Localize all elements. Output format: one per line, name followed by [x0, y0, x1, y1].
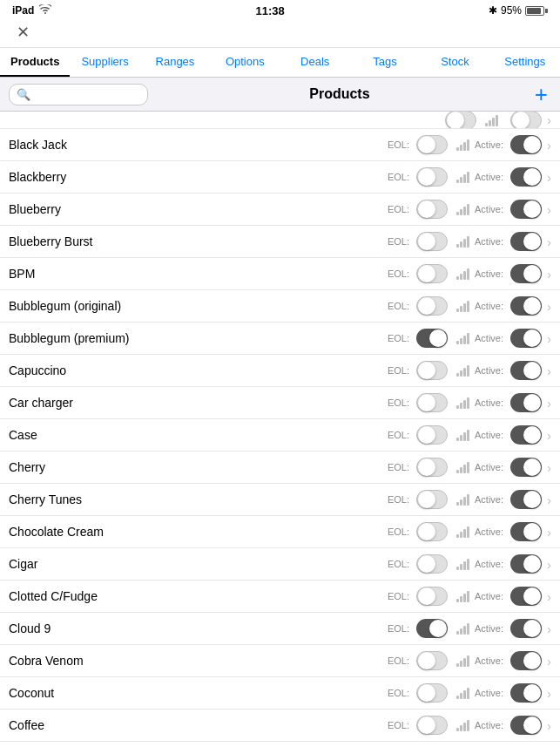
eol-toggle[interactable] — [416, 554, 448, 574]
row-chevron[interactable]: › — [547, 557, 551, 572]
active-toggle[interactable] — [510, 393, 542, 412]
battery-percentage: 95% — [501, 4, 522, 17]
active-toggle-partial[interactable] — [510, 112, 542, 129]
row-chevron[interactable]: › — [547, 525, 551, 540]
active-toggle[interactable] — [510, 587, 542, 606]
product-name: Chocolate Cream — [9, 525, 388, 539]
row-chevron[interactable]: › — [547, 686, 551, 701]
active-toggle[interactable] — [510, 135, 542, 154]
active-toggle[interactable] — [510, 458, 542, 477]
active-label: Active: — [475, 623, 503, 634]
active-toggle[interactable] — [510, 329, 542, 348]
row-chevron[interactable]: › — [547, 363, 551, 378]
signal-icon — [456, 364, 469, 377]
eol-toggle[interactable] — [416, 619, 448, 638]
partial-row-top: › — [0, 112, 560, 129]
active-toggle[interactable] — [510, 522, 542, 541]
table-row: Cobra VenomEOL:Active:› — [0, 645, 560, 677]
page-title: Products — [148, 86, 531, 102]
eol-toggle[interactable] — [416, 393, 448, 412]
row-chevron[interactable]: › — [547, 267, 551, 282]
active-toggle[interactable] — [510, 683, 542, 703]
tab-tags[interactable]: Tags — [350, 48, 420, 77]
eol-toggle[interactable] — [416, 264, 448, 283]
active-toggle[interactable] — [510, 425, 542, 445]
active-toggle[interactable] — [510, 490, 542, 509]
eol-toggle-partial[interactable] — [445, 112, 476, 129]
active-label: Active: — [475, 462, 503, 472]
row-chevron[interactable]: › — [547, 299, 551, 314]
eol-toggle[interactable] — [416, 716, 448, 735]
active-toggle[interactable] — [510, 200, 542, 219]
table-row: Clotted C/FudgeEOL:Active:› — [0, 581, 560, 613]
tab-settings[interactable]: Settings — [490, 48, 560, 77]
row-chevron[interactable]: › — [547, 331, 551, 346]
active-toggle[interactable] — [510, 296, 542, 316]
product-name: Black Jack — [9, 138, 388, 152]
active-label: Active: — [475, 526, 503, 537]
eol-label: EOL: — [388, 526, 409, 537]
eol-label: EOL: — [388, 204, 409, 214]
eol-toggle[interactable] — [416, 296, 448, 316]
row-chevron[interactable]: › — [547, 234, 551, 249]
eol-toggle[interactable] — [416, 458, 448, 477]
active-toggle[interactable] — [510, 651, 542, 670]
active-label: Active: — [475, 236, 503, 247]
product-name: Coconut — [9, 686, 388, 700]
row-chevron[interactable]: › — [547, 170, 551, 185]
active-toggle[interactable] — [510, 167, 542, 187]
signal-icon — [456, 203, 469, 215]
eol-toggle[interactable] — [416, 425, 448, 445]
row-chevron[interactable]: › — [547, 202, 551, 217]
row-chevron[interactable]: › — [547, 428, 551, 443]
eol-toggle[interactable] — [416, 651, 448, 670]
table-row: CoffeeEOL:Active:› — [0, 710, 560, 742]
active-toggle[interactable] — [510, 361, 542, 380]
active-toggle[interactable] — [510, 554, 542, 574]
eol-toggle[interactable] — [416, 522, 448, 541]
active-toggle[interactable] — [510, 264, 542, 283]
eol-toggle[interactable] — [416, 232, 448, 251]
tab-deals[interactable]: Deals — [280, 48, 350, 77]
active-toggle[interactable] — [510, 232, 542, 251]
search-input[interactable] — [34, 88, 130, 101]
eol-label: EOL: — [388, 688, 409, 698]
eol-label: EOL: — [388, 397, 409, 408]
search-box[interactable]: 🔍 — [9, 84, 148, 105]
tab-stock[interactable]: Stock — [420, 48, 489, 77]
row-chevron[interactable]: › — [547, 718, 551, 733]
tab-ranges[interactable]: Ranges — [140, 48, 210, 77]
tab-options[interactable]: Options — [210, 48, 280, 77]
eol-label: EOL: — [388, 655, 409, 666]
table-row: Cloud 9EOL:Active:› — [0, 613, 560, 645]
product-name: Car charger — [9, 396, 388, 410]
eol-toggle[interactable] — [416, 587, 448, 606]
close-button[interactable]: ✕ — [12, 24, 33, 45]
row-chevron[interactable]: › — [547, 396, 551, 411]
row-chevron[interactable]: › — [547, 589, 551, 604]
product-name: Blueberry Burst — [9, 234, 388, 248]
eol-toggle[interactable] — [416, 361, 448, 380]
row-chevron[interactable]: › — [547, 138, 551, 153]
active-toggle[interactable] — [510, 619, 542, 638]
table-row: Bubblegum (premium)EOL:Active:› — [0, 323, 560, 355]
status-time: 11:38 — [256, 4, 285, 17]
eol-toggle[interactable] — [416, 683, 448, 703]
product-name: Capuccino — [9, 363, 388, 377]
add-button[interactable]: + — [531, 83, 551, 105]
tab-bar: Products Suppliers Ranges Options Deals … — [0, 48, 560, 78]
signal-icon — [456, 429, 469, 441]
active-toggle[interactable] — [510, 716, 542, 735]
row-chevron[interactable]: › — [547, 621, 551, 636]
eol-toggle[interactable] — [416, 135, 448, 154]
row-chevron[interactable]: › — [547, 654, 551, 669]
eol-toggle[interactable] — [416, 490, 448, 509]
tab-suppliers[interactable]: Suppliers — [70, 48, 139, 77]
eol-toggle[interactable] — [416, 329, 448, 348]
tab-products[interactable]: Products — [0, 48, 70, 77]
row-chevron[interactable]: › — [547, 460, 551, 475]
eol-label: EOL: — [388, 462, 409, 472]
eol-toggle[interactable] — [416, 167, 448, 187]
row-chevron[interactable]: › — [547, 492, 551, 507]
eol-toggle[interactable] — [416, 200, 448, 219]
